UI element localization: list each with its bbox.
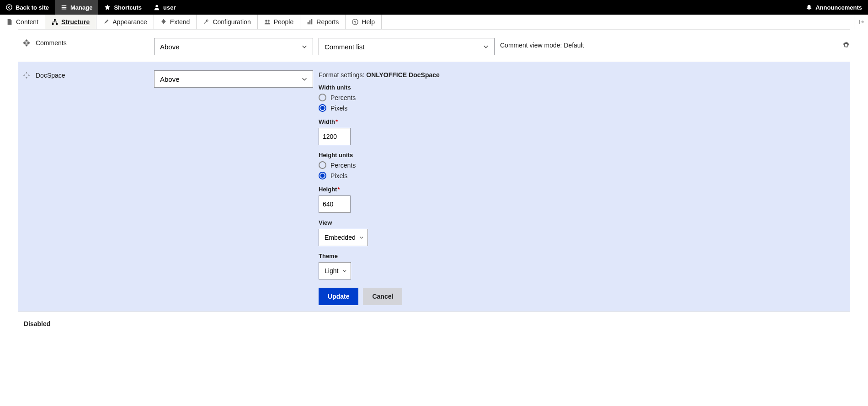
user-button[interactable]: user	[148, 0, 181, 15]
star-icon	[104, 4, 111, 11]
width-label: Width*	[319, 118, 850, 125]
admin-configuration[interactable]: Configuration	[197, 15, 257, 29]
admin-content-label: Content	[16, 18, 38, 26]
puzzle-icon	[160, 19, 167, 25]
svg-text:?: ?	[354, 20, 357, 24]
admin-people[interactable]: People	[258, 15, 301, 29]
theme-select[interactable]: Light	[319, 262, 351, 279]
admin-structure-label: Structure	[61, 18, 90, 26]
view-select[interactable]: Embedded	[319, 229, 368, 246]
toggle-sidebar-icon	[858, 19, 864, 25]
height-units-percents[interactable]: Percents	[319, 161, 850, 169]
comments-label: Comments	[36, 39, 67, 47]
svg-rect-2	[54, 19, 56, 21]
height-input[interactable]	[319, 195, 351, 213]
admin-reports[interactable]: Reports	[300, 15, 346, 29]
bell-icon	[806, 4, 812, 11]
people-icon	[264, 19, 271, 25]
svg-point-0	[6, 5, 12, 10]
theme-label: Theme	[319, 253, 850, 259]
field-row-docspace: DocSpace Above Format settings: ONLYOFFI…	[18, 62, 850, 311]
announcements-button[interactable]: Announcements	[800, 0, 868, 15]
svg-point-6	[267, 20, 269, 21]
svg-rect-8	[309, 20, 311, 24]
manage-label: Manage	[70, 4, 92, 11]
toggle-orientation[interactable]	[854, 15, 868, 29]
docspace-region-select[interactable]: Above	[154, 70, 313, 88]
width-percents-radio[interactable]	[319, 94, 326, 101]
admin-extend[interactable]: Extend	[154, 15, 197, 29]
admin-menu: Content Structure Appearance Extend Conf…	[0, 15, 868, 29]
admin-extend-label: Extend	[170, 18, 190, 26]
svg-rect-9	[311, 19, 313, 24]
help-icon: ?	[352, 19, 358, 25]
content-area: Comments Above Comment list Comment view…	[0, 29, 868, 346]
svg-point-5	[265, 20, 267, 21]
comments-region-select[interactable]: Above	[154, 38, 313, 55]
chevron-left-icon	[6, 4, 12, 11]
docspace-label: DocSpace	[36, 72, 65, 79]
gear-icon[interactable]	[842, 42, 850, 49]
hierarchy-icon	[52, 19, 58, 25]
announcements-label: Announcements	[815, 4, 862, 11]
admin-help-label: Help	[362, 18, 375, 26]
admin-config-label: Configuration	[213, 18, 250, 26]
manage-button[interactable]: Manage	[55, 0, 98, 15]
user-label: user	[163, 4, 176, 11]
height-units-group: Percents Pixels	[319, 161, 850, 179]
width-units-group: Percents Pixels	[319, 94, 850, 112]
admin-people-label: People	[274, 18, 294, 26]
height-label: Height*	[319, 186, 850, 193]
hamburger-icon	[61, 4, 67, 11]
height-units-pixels[interactable]: Pixels	[319, 172, 850, 179]
width-units-percents[interactable]: Percents	[319, 94, 850, 101]
back-label: Back to site	[16, 4, 49, 11]
height-percents-radio[interactable]	[319, 161, 326, 169]
admin-structure[interactable]: Structure	[45, 15, 96, 29]
format-settings-header: Format settings: ONLYOFFICE DocSpace	[319, 70, 850, 79]
admin-help[interactable]: ? Help	[346, 15, 382, 29]
user-icon	[154, 4, 160, 11]
svg-rect-3	[52, 23, 54, 25]
field-row-comments: Comments Above Comment list Comment view…	[18, 29, 850, 62]
brush-icon	[103, 19, 109, 25]
height-units-label: Height units	[319, 152, 850, 158]
format-settings-panel: Format settings: ONLYOFFICE DocSpace Wid…	[319, 70, 850, 305]
svg-rect-7	[308, 22, 309, 24]
shortcuts-label: Shortcuts	[114, 4, 142, 11]
svg-point-1	[155, 5, 158, 7]
width-units-label: Width units	[319, 84, 850, 91]
cancel-button[interactable]: Cancel	[363, 288, 402, 305]
update-button[interactable]: Update	[319, 288, 358, 305]
width-pixels-radio[interactable]	[319, 104, 326, 112]
height-pixels-radio[interactable]	[319, 172, 326, 179]
drag-handle-icon[interactable]	[23, 72, 30, 79]
width-units-pixels[interactable]: Pixels	[319, 104, 850, 112]
chart-icon	[307, 19, 313, 25]
comments-format-select[interactable]: Comment list	[319, 38, 495, 55]
back-to-site-button[interactable]: Back to site	[0, 0, 55, 15]
admin-appearance[interactable]: Appearance	[96, 15, 154, 29]
svg-rect-4	[56, 23, 58, 25]
shortcuts-button[interactable]: Shortcuts	[98, 0, 148, 15]
drag-handle-icon[interactable]	[23, 39, 30, 47]
top-toolbar: Back to site Manage Shortcuts user Annou…	[0, 0, 868, 15]
file-icon	[6, 19, 13, 25]
wrench-icon	[203, 19, 209, 25]
disabled-section-heading: Disabled	[18, 311, 850, 346]
admin-content[interactable]: Content	[0, 15, 45, 29]
admin-appearance-label: Appearance	[112, 18, 147, 26]
comments-view-mode: Comment view mode: Default	[500, 38, 826, 49]
view-label: View	[319, 219, 850, 226]
admin-reports-label: Reports	[316, 18, 339, 26]
width-input[interactable]	[319, 128, 351, 145]
